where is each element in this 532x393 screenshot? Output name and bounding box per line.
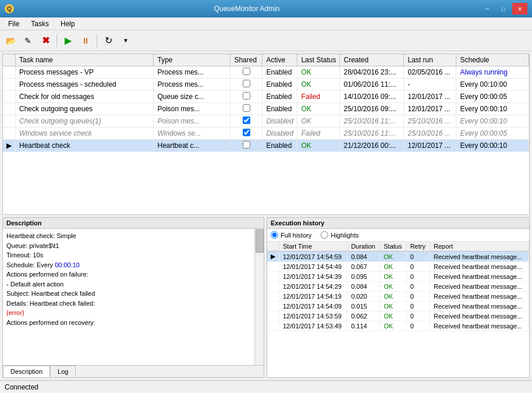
table-row[interactable]: Check outgoing queues(1)Poison mes...Dis…: [3, 115, 529, 128]
row-arrow: [3, 103, 16, 115]
maximize-button[interactable]: □: [496, 3, 511, 15]
exec-report: Received heartbeat message...: [430, 311, 529, 321]
exec-row[interactable]: 12/01/2017 14:54:090.015OK0Received hear…: [267, 302, 529, 311]
table-row[interactable]: Process messages - VPProcess mes...Enabl…: [3, 66, 529, 79]
task-shared[interactable]: [230, 79, 263, 91]
dropdown-button[interactable]: ▼: [118, 33, 134, 49]
menu-file[interactable]: File: [2, 19, 25, 29]
task-created: 25/10/2016 09:...: [340, 103, 404, 115]
description-header: Description: [3, 218, 264, 229]
row-arrow: [3, 115, 16, 128]
task-created: 25/10/2016 11:...: [340, 115, 404, 128]
exec-starttime: 12/01/2017 14:54:19: [279, 292, 347, 302]
col-active[interactable]: Active: [263, 54, 297, 66]
minimize-button[interactable]: ─: [480, 3, 495, 15]
radio-highlights-text: Highlights: [331, 232, 359, 239]
col-laststatus[interactable]: Last Status: [297, 54, 340, 66]
radio-fullhistory-label[interactable]: Full history: [271, 231, 311, 239]
col-shared[interactable]: Shared: [230, 54, 263, 66]
task-shared[interactable]: [230, 91, 263, 103]
separator-2: [97, 34, 97, 47]
exec-duration: 0.084: [347, 252, 380, 262]
exec-row[interactable]: 12/01/2017 14:54:190.020OK0Received hear…: [267, 292, 529, 302]
window-title: QueueMonitor Admin: [14, 5, 480, 13]
exec-col-starttime[interactable]: Start Time: [279, 242, 347, 252]
table-row[interactable]: Check outgoing queuesPoison mes...Enable…: [3, 103, 529, 115]
separator-1: [56, 34, 57, 47]
task-laststatus: OK: [297, 140, 340, 152]
exec-table-container: Start Time Duration Status Retry Report …: [267, 242, 529, 377]
close-button[interactable]: ✕: [512, 3, 527, 15]
description-content: Heartbeat check: SimpleQueue: private$\t…: [3, 229, 254, 365]
radio-fullhistory-text: Full history: [281, 232, 311, 239]
exec-duration: 0.067: [347, 262, 380, 272]
table-row[interactable]: Process messages - scheduledProcess mes.…: [3, 79, 529, 91]
exec-row[interactable]: ▶12/01/2017 14:54:590.084OK0Received hea…: [267, 252, 529, 262]
execution-panel: Execution history Full history Highlight…: [267, 217, 530, 378]
col-type[interactable]: Type: [154, 54, 230, 66]
open-button[interactable]: 📂: [2, 33, 19, 49]
col-taskname[interactable]: Task name: [16, 54, 154, 66]
run-button[interactable]: ▶: [60, 33, 76, 49]
desc-scrollbar[interactable]: [254, 229, 264, 365]
task-type: Process mes...: [154, 66, 230, 79]
exec-row[interactable]: 12/01/2017 14:54:290.084OK0Received hear…: [267, 282, 529, 292]
col-created[interactable]: Created: [340, 54, 404, 66]
exec-col-report[interactable]: Report: [430, 242, 529, 252]
task-type: Poison mes...: [154, 103, 230, 115]
delete-button[interactable]: ✖: [37, 33, 54, 49]
task-shared[interactable]: [230, 115, 263, 128]
exec-row-arrow: [267, 321, 279, 331]
exec-col-retry[interactable]: Retry: [406, 242, 430, 252]
task-shared[interactable]: [230, 103, 263, 115]
task-lastrun: 12/01/2017 ...: [404, 103, 456, 115]
table-row[interactable]: ▶Heartbeat checkHeartbeat c...EnabledOK2…: [3, 140, 529, 152]
exec-retry: 0: [406, 311, 430, 321]
task-name: Windows service check: [16, 128, 154, 140]
exec-duration: 0.095: [347, 272, 380, 282]
menu-tasks[interactable]: Tasks: [25, 19, 55, 29]
task-shared[interactable]: [230, 66, 263, 79]
table-row[interactable]: Windows service checkWindows se...Disabl…: [3, 128, 529, 140]
row-arrow: [3, 79, 16, 91]
exec-duration: 0.084: [347, 282, 380, 292]
task-shared[interactable]: [230, 128, 263, 140]
menu-help[interactable]: Help: [55, 19, 81, 29]
task-active: Enabled: [263, 140, 297, 152]
row-arrow: [3, 66, 16, 79]
tab-description[interactable]: Description: [3, 366, 50, 377]
exec-row-arrow: ▶: [267, 252, 279, 262]
table-row[interactable]: Check for old messagesQueue size c...Ena…: [3, 91, 529, 103]
edit-button[interactable]: ✎: [20, 33, 36, 49]
exec-row[interactable]: 12/01/2017 14:54:490.067OK0Received hear…: [267, 262, 529, 272]
radio-highlights-label[interactable]: Highlights: [321, 231, 359, 239]
radio-fullhistory[interactable]: [271, 231, 278, 239]
col-lastrun[interactable]: Last run: [404, 54, 456, 66]
exec-retry: 0: [406, 272, 430, 282]
task-name: Process messages - VP: [16, 66, 154, 79]
exec-row[interactable]: 12/01/2017 14:53:590.062OK0Received hear…: [267, 311, 529, 321]
exec-status: OK: [380, 282, 406, 292]
col-schedule[interactable]: Schedule: [456, 54, 529, 66]
task-lastrun: 25/10/2016 ...: [404, 115, 456, 128]
exec-row[interactable]: 12/01/2017 14:54:390.095OK0Received hear…: [267, 272, 529, 282]
col-arrow: [3, 54, 16, 66]
radio-highlights[interactable]: [321, 231, 328, 239]
exec-retry: 0: [406, 292, 430, 302]
refresh-button[interactable]: ↻: [100, 33, 116, 49]
task-schedule: Every 00:00:10: [456, 103, 529, 115]
task-schedule: Always running: [456, 66, 529, 79]
task-laststatus: OK: [297, 79, 340, 91]
stop-button[interactable]: ⏸: [77, 33, 94, 49]
exec-retry: 0: [406, 321, 430, 331]
task-type: Process mes...: [154, 79, 230, 91]
exec-col-duration[interactable]: Duration: [347, 242, 380, 252]
exec-starttime: 12/01/2017 14:54:29: [279, 282, 347, 292]
exec-row[interactable]: 12/01/2017 14:53:490.114OK0Received hear…: [267, 321, 529, 331]
task-shared[interactable]: [230, 140, 263, 152]
tab-log[interactable]: Log: [50, 366, 76, 377]
exec-col-status[interactable]: Status: [380, 242, 406, 252]
desc-scrollbar-thumb[interactable]: [256, 229, 264, 253]
task-type: Queue size c...: [154, 91, 230, 103]
task-laststatus: OK: [297, 66, 340, 79]
